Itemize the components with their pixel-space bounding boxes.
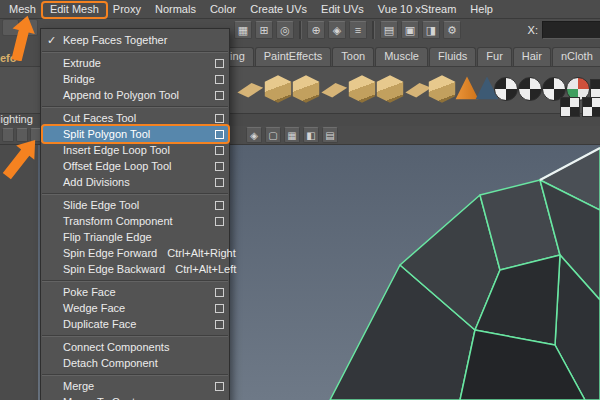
menu-separator xyxy=(42,106,228,108)
tool-icon[interactable] xyxy=(21,19,38,36)
checker-ball-icon[interactable] xyxy=(494,77,518,101)
polygon-plane-icon[interactable] xyxy=(235,74,265,104)
menu-item-wedge-face[interactable]: Wedge Face xyxy=(41,300,229,316)
menu-item-label: Duplicate Face xyxy=(63,318,136,330)
tool-icon[interactable] xyxy=(2,19,19,36)
menu-item-merge[interactable]: Merge xyxy=(41,378,229,394)
menu-proxy[interactable]: Proxy xyxy=(106,1,148,18)
option-box-icon[interactable] xyxy=(215,162,224,171)
menu-vue-10-xstream[interactable]: Vue 10 xStream xyxy=(371,1,463,18)
construction-icon[interactable]: ▤ xyxy=(380,21,398,39)
snap-view-icon[interactable]: ◈ xyxy=(328,21,346,39)
menu-item-insert-edge-loop-tool[interactable]: Insert Edge Loop Tool xyxy=(41,142,229,158)
select-highlight-icon[interactable]: ◈ xyxy=(246,127,262,143)
menu-item-split-polygon-tool[interactable]: Split Polygon Tool xyxy=(41,126,229,142)
checker-ball-icon[interactable] xyxy=(518,77,542,101)
polygon-cube-icon[interactable] xyxy=(347,74,377,104)
shelf-tab-ncloth[interactable]: nCloth xyxy=(552,47,600,66)
panel-small-icon[interactable] xyxy=(16,128,28,142)
textured-mode-icon[interactable]: ◧ xyxy=(303,127,319,143)
panel-small-icon[interactable] xyxy=(2,128,14,142)
menu-color[interactable]: Color xyxy=(203,1,243,18)
option-box-icon[interactable] xyxy=(215,288,224,297)
shelf-tab-fur[interactable]: Fur xyxy=(477,47,512,66)
checker-square-icon[interactable] xyxy=(590,79,600,99)
polygon-cube-icon[interactable] xyxy=(291,74,321,104)
menu-item-connect-components[interactable]: Connect Components xyxy=(41,339,229,355)
menu-item-add-divisions[interactable]: Add Divisions xyxy=(41,174,229,190)
option-box-icon[interactable] xyxy=(215,201,224,210)
menu-help[interactable]: Help xyxy=(463,1,500,18)
menu-item-label: Connect Components xyxy=(63,341,169,353)
option-box-icon[interactable] xyxy=(215,320,224,329)
shaded-mode-icon[interactable]: ▦ xyxy=(284,127,300,143)
render-icon[interactable]: ▣ xyxy=(401,21,419,39)
snap-point-icon[interactable]: ⊕ xyxy=(307,21,325,39)
menu-separator xyxy=(42,335,228,337)
menu-item-offset-edge-loop-tool[interactable]: Offset Edge Loop Tool xyxy=(41,158,229,174)
menu-separator xyxy=(42,51,228,53)
ipr-render-icon[interactable]: ◨ xyxy=(422,21,440,39)
menu-item-bridge[interactable]: Bridge xyxy=(41,71,229,87)
menu-item-duplicate-face[interactable]: Duplicate Face xyxy=(41,316,229,332)
menu-item-spin-edge-backward[interactable]: Spin Edge Backward Ctrl+Alt+Left xyxy=(41,261,229,277)
shelf-icon-fragment: efo xyxy=(0,52,17,64)
menu-item-append-to-polygon-tool[interactable]: Append to Polygon Tool xyxy=(41,87,229,103)
render-settings-icon[interactable]: ⚙ xyxy=(443,21,461,39)
cone-orange-icon[interactable] xyxy=(452,74,482,104)
menu-create-uvs[interactable]: Create UVs xyxy=(243,1,314,18)
panel-menu-lighting[interactable]: lighting xyxy=(0,113,33,125)
polygon-plane-icon[interactable] xyxy=(403,74,433,104)
wireframe-mode-icon[interactable]: ▢ xyxy=(265,127,281,143)
option-box-icon[interactable] xyxy=(215,75,224,84)
option-box-icon[interactable] xyxy=(215,59,224,68)
shelf-tab-fluids[interactable]: Fluids xyxy=(429,47,476,66)
option-box-icon[interactable] xyxy=(215,114,224,123)
option-box-icon[interactable] xyxy=(215,130,224,139)
menu-item-label: Detach Component xyxy=(63,357,158,369)
snap-grid-icon[interactable]: ⊞ xyxy=(255,21,273,39)
shelf-tab-hair[interactable]: Hair xyxy=(513,47,551,66)
menu-item-label: Wedge Face xyxy=(63,302,125,314)
history-icon[interactable]: ≡ xyxy=(349,21,367,39)
polygon-cube-icon[interactable] xyxy=(375,74,405,104)
menu-item-detach-component[interactable]: Detach Component xyxy=(41,355,229,371)
checker-square-icon[interactable] xyxy=(560,97,580,117)
main-menubar: Mesh Edit Mesh Proxy Normals Color Creat… xyxy=(0,0,600,19)
option-box-icon[interactable] xyxy=(215,217,224,226)
menu-edit-mesh[interactable]: Edit Mesh xyxy=(43,1,106,18)
x-coordinate-input[interactable] xyxy=(542,21,600,39)
menu-item-flip-triangle-edge[interactable]: Flip Triangle Edge xyxy=(41,229,229,245)
polygon-plane-icon[interactable] xyxy=(319,74,349,104)
menu-mesh[interactable]: Mesh xyxy=(2,1,43,18)
menu-item-keep-faces-together[interactable]: ✓ Keep Faces Together xyxy=(41,32,229,48)
menu-item-cut-faces-tool[interactable]: Cut Faces Tool xyxy=(41,110,229,126)
menu-item-merge-to-center[interactable]: Merge To Center xyxy=(41,394,229,400)
polygon-cube-icon[interactable] xyxy=(263,74,293,104)
shelf-tab-toon[interactable]: Toon xyxy=(332,47,374,66)
menu-item-label: Poke Face xyxy=(63,286,116,298)
lighting-mode-icon[interactable]: ▤ xyxy=(322,127,338,143)
option-box-icon[interactable] xyxy=(215,178,224,187)
menu-item-label: Insert Edge Loop Tool xyxy=(63,144,170,156)
menu-item-slide-edge-tool[interactable]: Slide Edge Tool xyxy=(41,197,229,213)
option-box-icon[interactable] xyxy=(215,382,224,391)
polygon-cube-icon[interactable] xyxy=(427,74,457,104)
menu-normals[interactable]: Normals xyxy=(148,1,203,18)
select-mask-icon[interactable]: ▦ xyxy=(234,21,252,39)
menu-item-extrude[interactable]: Extrude xyxy=(41,55,229,71)
option-box-icon[interactable] xyxy=(215,304,224,313)
menu-item-transform-component[interactable]: Transform Component xyxy=(41,213,229,229)
option-box-icon[interactable] xyxy=(215,146,224,155)
shelf-tab-painteffects[interactable]: PaintEffects xyxy=(255,47,332,66)
snap-curve-icon[interactable]: ◎ xyxy=(276,21,294,39)
shelf-tab-muscle[interactable]: Muscle xyxy=(375,47,428,66)
option-box-icon[interactable] xyxy=(215,91,224,100)
menu-edit-uvs[interactable]: Edit UVs xyxy=(314,1,371,18)
menu-item-poke-face[interactable]: Poke Face xyxy=(41,284,229,300)
menu-item-spin-edge-forward[interactable]: Spin Edge Forward Ctrl+Alt+Right xyxy=(41,245,229,261)
checker-square-icon[interactable] xyxy=(582,97,600,117)
menu-item-label: Transform Component xyxy=(63,215,173,227)
menu-item-label: Cut Faces Tool xyxy=(63,112,136,124)
menu-item-label: Split Polygon Tool xyxy=(63,128,150,140)
